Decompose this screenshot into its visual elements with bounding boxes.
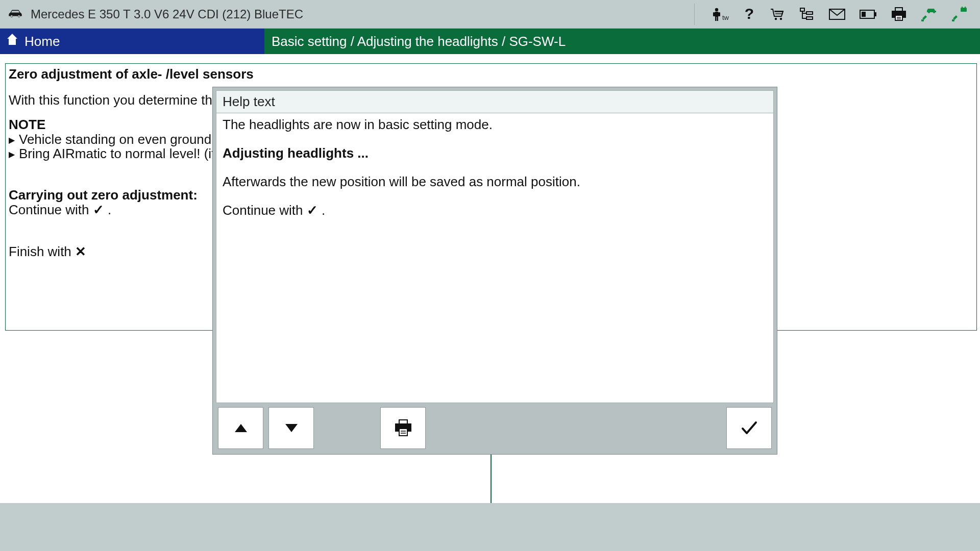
svg-rect-26 bbox=[965, 7, 966, 8]
home-label: Home bbox=[24, 34, 60, 49]
tree-icon[interactable] bbox=[799, 7, 815, 21]
svg-rect-3 bbox=[715, 12, 719, 17]
titlebar: Mercedes E 350 T 3.0 V6 24V CDI (212) Bl… bbox=[0, 0, 980, 29]
cart-icon[interactable] bbox=[770, 7, 785, 21]
panel-heading: Zero adjustment of axle- /level sensors bbox=[9, 67, 973, 82]
svg-point-2 bbox=[715, 8, 718, 11]
svg-point-1 bbox=[18, 15, 20, 17]
x-icon: ✕ bbox=[75, 244, 86, 259]
bottom-bar bbox=[0, 503, 980, 551]
svg-rect-16 bbox=[874, 12, 876, 16]
titlebar-toolbar: tw ? bbox=[689, 4, 973, 25]
user-icon[interactable]: tw bbox=[712, 7, 729, 21]
check-icon: ✓ bbox=[307, 203, 318, 218]
home-icon bbox=[6, 33, 18, 51]
svg-rect-18 bbox=[895, 8, 902, 11]
svg-rect-12 bbox=[806, 12, 813, 14]
help-dialog-body: The headlights are now in basic setting … bbox=[216, 113, 774, 403]
svg-point-0 bbox=[11, 15, 13, 17]
svg-rect-23 bbox=[921, 19, 924, 21]
scroll-up-button[interactable] bbox=[218, 407, 263, 449]
svg-point-9 bbox=[775, 17, 777, 19]
separator bbox=[694, 4, 695, 25]
svg-rect-6 bbox=[715, 17, 717, 21]
svg-rect-4 bbox=[713, 12, 715, 16]
header-bar: Home Basic setting / Adjusting the headl… bbox=[0, 29, 980, 54]
car-icon bbox=[7, 7, 31, 21]
svg-point-10 bbox=[780, 17, 782, 19]
confirm-button[interactable] bbox=[726, 407, 772, 449]
printer-icon[interactable] bbox=[891, 7, 906, 21]
obd-connector-icon[interactable] bbox=[951, 7, 968, 22]
breadcrumb-text: Basic setting / Adjusting the headlights… bbox=[272, 34, 566, 49]
help-line-3: Afterwards the new position will be save… bbox=[223, 174, 767, 190]
svg-rect-17 bbox=[862, 12, 866, 17]
svg-rect-24 bbox=[961, 8, 967, 12]
help-line-4: Continue with ✓ . bbox=[223, 203, 767, 218]
help-icon[interactable]: ? bbox=[743, 7, 755, 22]
check-icon: ✓ bbox=[93, 202, 104, 217]
print-button[interactable] bbox=[380, 407, 426, 449]
scroll-down-button[interactable] bbox=[268, 407, 314, 449]
svg-rect-13 bbox=[806, 17, 813, 19]
svg-rect-25 bbox=[962, 7, 963, 8]
help-dialog-toolbar bbox=[216, 403, 774, 451]
svg-rect-27 bbox=[952, 19, 954, 21]
svg-rect-28 bbox=[399, 420, 407, 424]
svg-rect-7 bbox=[717, 17, 719, 21]
breadcrumb: Basic setting / Adjusting the headlights… bbox=[264, 29, 980, 54]
svg-rect-11 bbox=[800, 8, 804, 11]
help-line-1: The headlights are now in basic setting … bbox=[223, 117, 767, 133]
battery-icon[interactable] bbox=[860, 9, 877, 20]
obd-car-icon[interactable] bbox=[921, 7, 937, 22]
svg-rect-20 bbox=[895, 15, 902, 20]
mail-icon[interactable] bbox=[829, 9, 845, 20]
help-dialog: Help text The headlights are now in basi… bbox=[212, 87, 777, 455]
svg-rect-30 bbox=[399, 429, 407, 436]
main-area: Zero adjustment of axle- /level sensors … bbox=[0, 54, 980, 551]
help-dialog-title: Help text bbox=[216, 90, 774, 113]
user-label: tw bbox=[722, 14, 729, 21]
home-button[interactable]: Home bbox=[0, 29, 264, 54]
help-line-2: Adjusting headlights ... bbox=[223, 146, 767, 161]
svg-text:?: ? bbox=[745, 7, 754, 22]
svg-rect-5 bbox=[719, 12, 720, 16]
vehicle-title: Mercedes E 350 T 3.0 V6 24V CDI (212) Bl… bbox=[31, 7, 689, 21]
